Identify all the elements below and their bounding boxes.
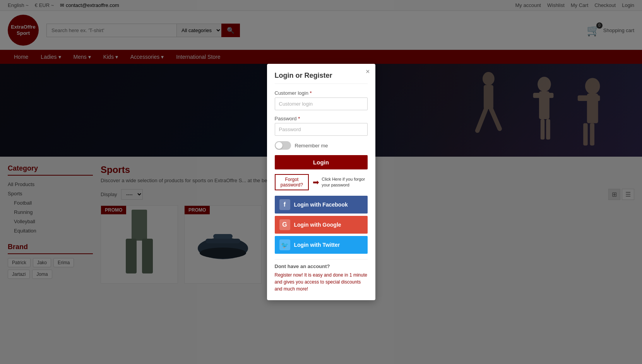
login-button[interactable]: Login [275,155,368,169]
modal-overlay[interactable]: × Login or Register Customer login * Pas… [0,0,642,294]
password-input[interactable] [275,123,368,136]
toggle-knob [276,142,282,149]
modal-title: Login or Register [275,72,368,84]
customer-login-group: Customer login * [275,90,368,110]
forgot-arrow: ➡ Click Here if you forgor your password [313,176,367,188]
forgot-hint: Click Here if you forgor your password [322,176,367,188]
register-text[interactable]: Register now! It is easy and done in 1 m… [275,272,368,292]
remember-toggle[interactable] [275,141,291,150]
forgot-row: Forgot password? ➡ Click Here if you for… [275,174,368,190]
password-label: Password * [275,116,368,121]
google-login-button[interactable]: G Login with Google [275,216,368,234]
google-icon: G [279,219,290,230]
no-account-section: Dont have an account? Register now! It i… [275,259,368,292]
customer-login-label: Customer login * [275,90,368,96]
customer-login-input[interactable] [275,97,368,110]
facebook-login-button[interactable]: f Login with Facebook [275,196,368,214]
twitter-login-button[interactable]: 🐦 Login with Twitter [275,236,368,254]
password-group: Password * [275,116,368,136]
forgot-password-button[interactable]: Forgot password? [275,174,309,190]
no-account-title: Dont have an account? [275,263,368,269]
arrow-right-icon: ➡ [313,178,319,187]
twitter-icon: 🐦 [279,239,290,250]
facebook-icon: f [279,199,290,210]
remember-label: Remember me [295,143,328,149]
remember-row: Remember me [275,141,368,150]
modal-close-button[interactable]: × [366,68,370,76]
login-modal: × Login or Register Customer login * Pas… [267,64,375,294]
